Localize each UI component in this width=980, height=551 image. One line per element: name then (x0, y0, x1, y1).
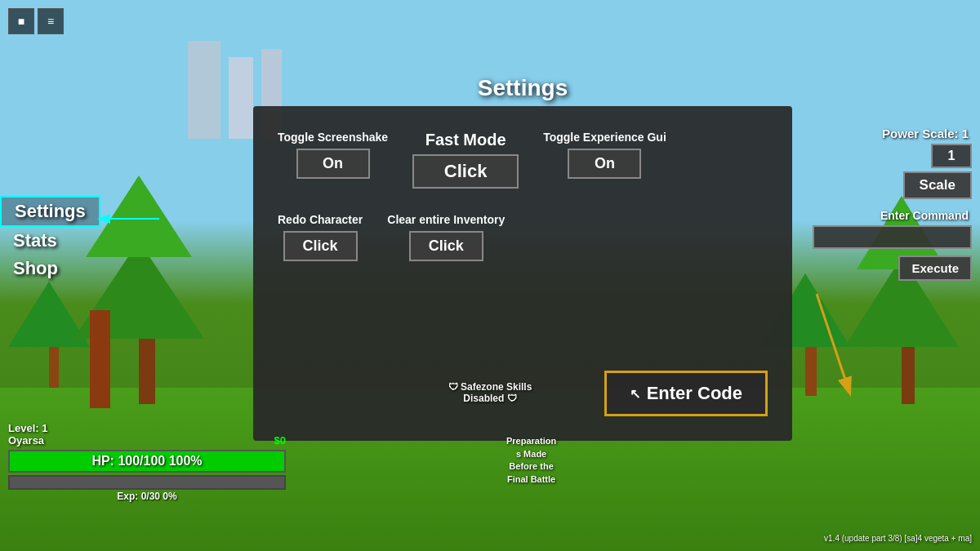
cursor-icon: ↖ (630, 386, 640, 402)
hp-bar: HP: 100/100 100% (10, 451, 284, 471)
toggle-screenshake-group: Toggle Screenshake On (278, 131, 388, 179)
name-money-row: Level: 1 (8, 422, 286, 434)
toggle-experience-label: Toggle Experience Gui (543, 131, 666, 144)
roblox-icon: ■ (8, 8, 34, 34)
menu-icon: ≡ (38, 8, 64, 34)
enter-code-btn[interactable]: ↖ Enter Code (604, 371, 768, 416)
bottom-center-text: Preparations MadeBefore theFinal Battle (506, 435, 556, 486)
building-2 (229, 57, 253, 139)
hp-bar-container: HP: 100/100 100% (8, 450, 286, 473)
fast-mode-group: Fast Mode Click (412, 131, 519, 189)
safezone-notice: 🛡 Safezone Skills Disabled 🛡 (448, 381, 532, 404)
redo-character-group: Redo Character Click (278, 213, 363, 261)
nav-shop[interactable]: Shop (0, 255, 100, 282)
clear-inventory-group: Clear entire Inventory Click (387, 213, 505, 261)
tree-far-left (49, 347, 59, 388)
hud-level: Level: 1 (8, 422, 47, 434)
svg-line-1 (817, 294, 849, 392)
fast-mode-label: Fast Mode (425, 131, 506, 149)
name-row: Oyarsa $0 (8, 434, 286, 447)
hud-money: $0 (274, 434, 286, 447)
power-scale-input[interactable] (931, 144, 972, 168)
cyan-arrow-annotation (78, 202, 176, 235)
clear-inventory-btn[interactable]: Click (409, 231, 483, 261)
command-input[interactable] (813, 225, 972, 249)
tree-right-1 (902, 347, 915, 404)
version-text: v1.4 (update part 3/8) [sa]4 vegeta + ma… (824, 534, 972, 543)
right-panel: Power Scale: 1 Scale Enter Command Execu… (813, 127, 972, 281)
scale-btn[interactable]: Scale (903, 171, 972, 199)
top-icons-container: ■ ≡ (8, 8, 64, 34)
settings-title: Settings (253, 75, 792, 101)
preparation-text: Preparations MadeBefore theFinal Battle (506, 436, 556, 483)
toggle-experience-btn[interactable]: On (568, 149, 641, 179)
bottom-hud: Level: 1 Oyarsa $0 HP: 100/100 100% Exp:… (8, 422, 286, 502)
hud-name: Oyarsa (8, 434, 44, 447)
tree-trunk-left (90, 310, 110, 408)
clear-inventory-label: Clear entire Inventory (387, 213, 505, 226)
yellow-arrow-annotation (768, 286, 874, 416)
enter-command-label: Enter Command (813, 209, 972, 222)
exp-bar-container (8, 475, 286, 490)
safezone-line2: Disabled 🛡 (448, 393, 532, 404)
building-1 (188, 41, 220, 139)
exp-text: Exp: 0/30 0% (8, 491, 286, 502)
toggle-screenshake-btn[interactable]: On (296, 149, 370, 179)
fast-mode-btn[interactable]: Click (412, 154, 519, 189)
redo-character-label: Redo Character (278, 213, 363, 226)
safezone-line1: 🛡 Safezone Skills (448, 381, 532, 393)
tree-left-large (139, 339, 155, 404)
toggle-screenshake-label: Toggle Screenshake (278, 131, 388, 144)
settings-row2: Redo Character Click Clear entire Invent… (278, 213, 768, 261)
hp-text: HP: 100/100 100% (91, 454, 202, 469)
power-scale-label: Power Scale: 1 (813, 127, 972, 140)
redo-character-btn[interactable]: Click (283, 231, 358, 261)
toggle-experience-group: Toggle Experience Gui On (543, 131, 666, 179)
settings-row1: Toggle Screenshake On Fast Mode Click To… (278, 131, 768, 189)
execute-btn[interactable]: Execute (898, 256, 972, 281)
enter-code-container: ↖ Enter Code (604, 371, 768, 416)
